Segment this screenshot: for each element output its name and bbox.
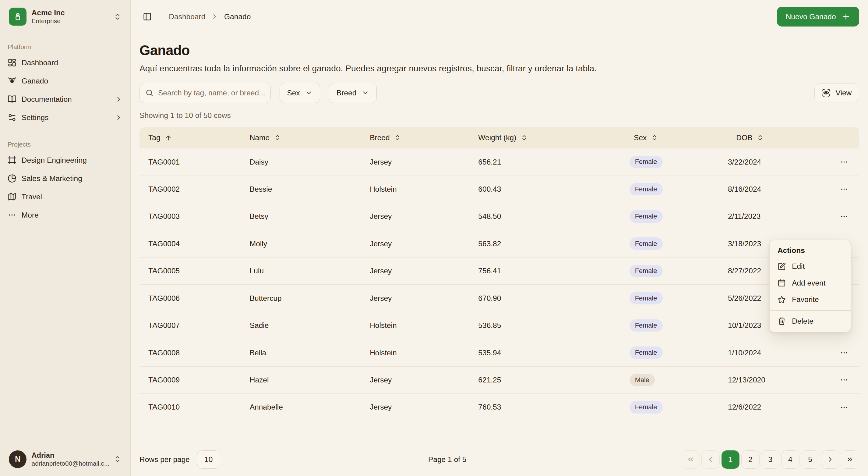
edit-icon — [778, 262, 786, 271]
actions-menu-title: Actions — [772, 242, 848, 258]
sidebar-item-more[interactable]: More — [5, 206, 126, 224]
sex-filter-dropdown[interactable]: Sex — [280, 83, 320, 103]
search-box — [140, 83, 271, 103]
page-2-button[interactable]: 2 — [741, 450, 760, 469]
first-page-button[interactable] — [682, 450, 700, 469]
cell-weight: 536.85 — [478, 321, 629, 330]
cell-tag: TAG0004 — [140, 240, 250, 248]
row-actions-button[interactable] — [836, 182, 852, 197]
cow-icon — [8, 77, 17, 85]
page-1-button[interactable]: 1 — [721, 450, 740, 469]
sidebar-item-sales-marketing[interactable]: Sales & Marketing — [5, 170, 126, 187]
sort-toggle-icon — [651, 135, 658, 141]
row-actions-button[interactable] — [836, 154, 852, 170]
sidebar-item-label: Sales & Marketing — [22, 174, 123, 183]
cell-tag: TAG0003 — [140, 212, 250, 220]
page-5-button[interactable]: 5 — [801, 450, 819, 469]
divider — [162, 12, 162, 21]
calendar-icon — [778, 279, 786, 287]
page-4-button[interactable]: 4 — [781, 450, 800, 469]
column-header-name[interactable]: Name — [250, 133, 370, 142]
cell-name: Bella — [250, 349, 370, 357]
ellipsis-icon — [840, 403, 848, 411]
column-header-sex[interactable]: Sex — [629, 133, 728, 142]
cell-name: Buttercup — [250, 294, 370, 303]
breadcrumb-dashboard[interactable]: Dashboard — [169, 12, 205, 21]
cell-breed: Jersey — [370, 376, 478, 384]
sidebar-item-settings[interactable]: Settings — [5, 109, 126, 126]
sex-filter-label: Sex — [287, 89, 300, 97]
menu-separator — [770, 310, 850, 311]
cell-tag: TAG0006 — [140, 294, 250, 303]
last-page-button[interactable] — [841, 450, 859, 469]
cell-name: Lulu — [250, 267, 370, 275]
new-ganado-button[interactable]: Nuevo Ganado — [777, 7, 859, 27]
star-icon — [778, 296, 786, 304]
cell-dob: 12/6/2022 — [728, 403, 829, 411]
column-header-weight-kg[interactable]: Weight (kg) — [478, 133, 629, 142]
cell-dob: 2/11/2023 — [728, 212, 829, 220]
page-3-button[interactable]: 3 — [761, 450, 779, 469]
cell-tag: TAG0010 — [140, 403, 250, 411]
cell-breed: Jersey — [370, 212, 478, 220]
search-input[interactable] — [158, 89, 265, 97]
table-row: TAG0001DaisyJersey656.21Female3/22/2024 — [140, 148, 859, 176]
pagination-bar: Rows per page 10 Page 1 of 5 12345 — [140, 440, 859, 469]
column-header-tag[interactable]: Tag — [140, 133, 250, 142]
cell-name: Daisy — [250, 158, 370, 167]
chevrons-up-down-icon — [114, 13, 121, 21]
sidebar-item-ganado[interactable]: Ganado — [5, 72, 126, 90]
sidebar-item-travel[interactable]: Travel — [5, 188, 126, 206]
nav-group-projects: ProjectsDesign EngineeringSales & Market… — [5, 139, 126, 224]
sidebar-item-dashboard[interactable]: Dashboard — [5, 54, 126, 71]
sex-badge: Male — [629, 374, 655, 386]
nav-group-label: Platform — [5, 41, 126, 54]
cell-sex: Female — [629, 156, 728, 168]
user-menu[interactable]: N Adrian adrianprieto00@hotmail.c... — [5, 447, 126, 471]
cell-tag: TAG0009 — [140, 376, 250, 384]
sex-badge: Female — [629, 237, 663, 250]
sidebar-toggle-button[interactable] — [140, 9, 155, 24]
row-actions-button[interactable] — [836, 372, 852, 388]
sort-toggle-icon — [757, 135, 764, 141]
sidebar-nav: PlatformDashboardGanadoDocumentationSett… — [0, 33, 130, 443]
cell-breed: Jersey — [370, 403, 478, 411]
rows-per-page-select[interactable]: 10 — [197, 450, 220, 469]
sidebar-item-documentation[interactable]: Documentation — [5, 90, 126, 108]
book-open-icon — [8, 95, 17, 103]
sidebar-item-label: Travel — [22, 192, 123, 201]
view-button[interactable]: View — [814, 84, 859, 102]
chevron-down-icon — [305, 89, 312, 97]
menu-item-delete[interactable]: Delete — [772, 313, 848, 330]
panel-left-icon — [143, 12, 152, 21]
row-actions-button[interactable] — [836, 399, 852, 415]
table-row: TAG0010AnnabelleJersey760.53Female12/6/2… — [140, 394, 859, 421]
cattle-table: TagNameBreedWeight (kg)SexDOB TAG0001Dai… — [140, 127, 859, 421]
previous-page-button[interactable] — [702, 450, 720, 469]
menu-item-edit[interactable]: Edit — [772, 258, 848, 275]
menu-item-favorite[interactable]: Favorite — [772, 291, 848, 308]
sort-toggle-icon — [274, 135, 281, 141]
cell-sex: Female — [629, 292, 728, 304]
row-actions-button[interactable] — [836, 209, 852, 224]
table-row: TAG0006ButtercupJersey670.90Female5/26/2… — [140, 285, 859, 312]
breed-filter-dropdown[interactable]: Breed — [329, 83, 376, 103]
results-count: Showing 1 to 10 of 50 cows — [140, 111, 859, 120]
map-icon — [8, 192, 17, 201]
next-page-button[interactable] — [821, 450, 839, 469]
cell-weight: 756.41 — [478, 267, 629, 275]
chevron-left-icon — [707, 455, 714, 463]
org-name: Acme Inc — [32, 8, 109, 17]
sidebar-item-design-engineering[interactable]: Design Engineering — [5, 151, 126, 169]
breadcrumb-current: Ganado — [224, 12, 251, 21]
sidebar-item-label: Design Engineering — [22, 156, 123, 165]
new-ganado-label: Nuevo Ganado — [786, 12, 836, 21]
column-header-breed[interactable]: Breed — [370, 133, 478, 142]
row-actions-button[interactable] — [836, 345, 852, 360]
column-header-dob[interactable]: DOB — [728, 133, 829, 142]
org-switcher[interactable]: Acme Inc Enterprise — [5, 5, 126, 29]
table-body: TAG0001DaisyJersey656.21Female3/22/2024T… — [140, 148, 859, 421]
chevrons-right-icon — [846, 455, 854, 463]
sort-toggle-icon — [521, 135, 527, 141]
menu-item-add-event[interactable]: Add event — [772, 274, 848, 291]
